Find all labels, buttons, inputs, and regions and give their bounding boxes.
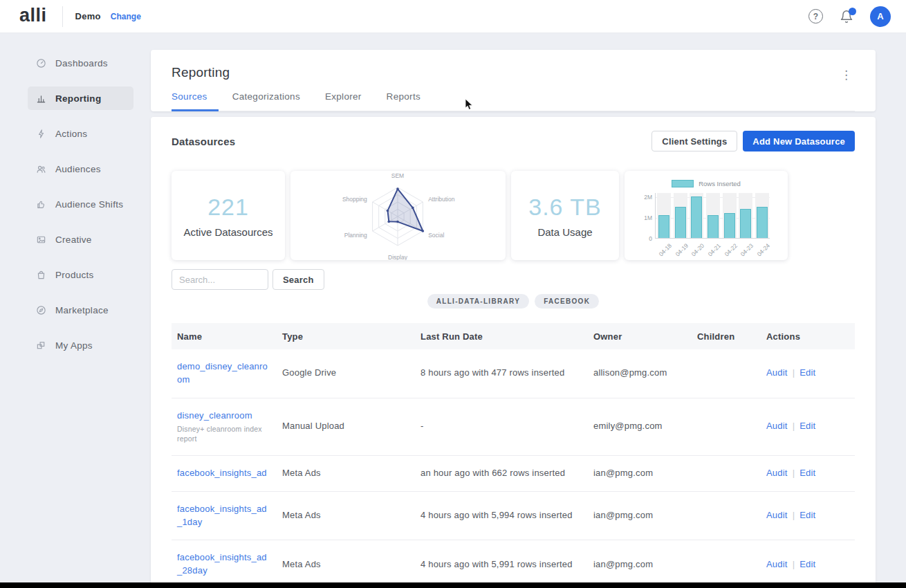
- main-content: Reporting ⋮ Sources Categorizations Expl…: [151, 50, 876, 588]
- audit-link[interactable]: Audit: [766, 468, 788, 478]
- tab-sources[interactable]: Sources: [172, 91, 219, 111]
- category-radar-card: SEMAttributionSocialDisplayPlanningShopp…: [290, 171, 506, 260]
- datasource-description: Disney+ cleanroom index report: [177, 424, 271, 444]
- edit-link[interactable]: Edit: [799, 421, 815, 431]
- legend-label: Rows Inserted: [699, 180, 741, 187]
- sidebar-label: Audiences: [55, 164, 101, 174]
- reporting-icon: [36, 93, 46, 104]
- tab-reports[interactable]: Reports: [387, 91, 432, 111]
- svg-text:Planning: Planning: [344, 232, 367, 239]
- datasource-name-link[interactable]: demo_disney_cleanroom: [177, 360, 271, 387]
- active-datasources-count: 221: [207, 194, 249, 221]
- tab-categorizations[interactable]: Categorizations: [232, 91, 311, 111]
- datasource-owner: emily@pmg.com: [588, 420, 692, 433]
- datasource-name-link[interactable]: disney_cleanroom: [177, 410, 252, 423]
- sidebar-item-audiences[interactable]: Audiences: [28, 157, 133, 181]
- sidebar-label: Creative: [55, 235, 92, 245]
- sidebar-label: Audience Shifts: [55, 199, 123, 210]
- datasource-last-run: -: [415, 420, 588, 433]
- add-new-datasource-button[interactable]: Add New Datasource: [743, 131, 855, 151]
- table-row: demo_disney_cleanroom Google Drive 8 hou…: [172, 349, 855, 398]
- sidebar-label: Actions: [55, 129, 87, 139]
- svg-text:SEM: SEM: [391, 172, 404, 179]
- sidebar-item-products[interactable]: Products: [28, 263, 133, 286]
- action-separator: |: [793, 367, 795, 378]
- sidebar-item-actions[interactable]: Actions: [28, 122, 133, 145]
- col-type: Type: [277, 331, 415, 342]
- col-name: Name: [172, 331, 277, 342]
- search-button[interactable]: Search: [272, 269, 324, 290]
- col-actions: Actions: [761, 331, 855, 342]
- sidebar-item-reporting[interactable]: Reporting: [28, 86, 133, 110]
- datasource-last-run: 8 hours ago with 477 rows inserted: [415, 367, 588, 380]
- bar-04-23: [740, 209, 751, 238]
- datasource-last-run: 4 hours ago with 5,994 rows inserted: [415, 509, 588, 522]
- data-usage-label: Data Usage: [537, 226, 592, 238]
- help-icon[interactable]: ?: [808, 9, 823, 24]
- audit-link[interactable]: Audit: [766, 510, 788, 520]
- search-input[interactable]: [172, 269, 268, 290]
- sidebar-item-audience-shifts[interactable]: Audience Shifts: [28, 192, 133, 216]
- data-usage-value: 3.6 TB: [528, 194, 602, 221]
- image-icon: [36, 235, 46, 245]
- edit-link[interactable]: Edit: [799, 559, 815, 569]
- datasource-type: Meta Ads: [277, 467, 415, 480]
- sidebar-item-creative[interactable]: Creative: [28, 228, 133, 251]
- svg-text:Display: Display: [388, 254, 408, 260]
- datasource-last-run: 4 hours ago with 5,991 rows inserted: [415, 558, 588, 571]
- datasource-type: Meta Ads: [277, 509, 415, 522]
- filter-chip-facebook[interactable]: FACEBOOK: [535, 294, 599, 309]
- active-datasources-label: Active Datasources: [183, 226, 272, 238]
- section-title: Datasources: [172, 136, 235, 147]
- sidebar-item-my-apps[interactable]: My Apps: [28, 333, 133, 357]
- audit-link[interactable]: Audit: [766, 421, 788, 431]
- change-client-link[interactable]: Change: [111, 12, 141, 21]
- svg-text:Attribution: Attribution: [428, 196, 455, 203]
- alli-logo: alli: [19, 6, 47, 25]
- bar-04-20: [691, 196, 702, 238]
- screen-bottom-bar: [0, 582, 906, 588]
- thumbs-up-icon: [36, 199, 46, 210]
- page-header-card: Reporting ⋮ Sources Categorizations Expl…: [151, 50, 876, 111]
- datasource-name-link[interactable]: facebook_insights_ad_28day: [177, 551, 271, 578]
- radar-chart: SEMAttributionSocialDisplayPlanningShopp…: [290, 171, 506, 260]
- table-row: facebook_insights_ad_28day Meta Ads 4 ho…: [172, 540, 855, 588]
- edit-link[interactable]: Edit: [799, 468, 815, 478]
- edit-link[interactable]: Edit: [799, 510, 815, 520]
- notification-dot: [849, 8, 856, 15]
- search-row: Search: [172, 269, 855, 290]
- datasource-owner: ian@pmg.com: [588, 467, 692, 480]
- header-divider: [62, 6, 63, 27]
- kebab-menu-icon[interactable]: ⋮: [835, 66, 858, 84]
- notifications-button[interactable]: [840, 10, 853, 24]
- bar-04-22: [724, 213, 735, 238]
- action-separator: |: [793, 468, 795, 478]
- avatar[interactable]: A: [870, 6, 891, 27]
- bar-04-19: [675, 207, 686, 238]
- datasource-type: Google Drive: [277, 367, 415, 380]
- datasource-type: Meta Ads: [277, 558, 415, 571]
- datasource-name-link[interactable]: facebook_insights_ad_1day: [177, 503, 271, 529]
- col-owner: Owner: [588, 331, 692, 342]
- sidebar-item-marketplace[interactable]: Marketplace: [28, 298, 133, 322]
- active-datasources-card: 221 Active Datasources: [172, 171, 285, 260]
- stats-row: 221 Active Datasources SEMAttributionSoc…: [172, 171, 855, 260]
- audit-link[interactable]: Audit: [766, 559, 788, 569]
- bar-04-18: [658, 215, 669, 238]
- svg-text:Social: Social: [428, 232, 444, 239]
- client-settings-button[interactable]: Client Settings: [651, 131, 737, 151]
- table-row: facebook_insights_ad_1day Meta Ads 4 hou…: [172, 492, 855, 541]
- bar-04-21: [708, 215, 719, 238]
- sidebar-item-dashboards[interactable]: Dashboards: [28, 51, 133, 75]
- datasources-card: Datasources Client Settings Add New Data…: [151, 117, 876, 588]
- sidebar-label: Dashboards: [55, 58, 108, 68]
- audit-link[interactable]: Audit: [766, 367, 788, 378]
- datasource-type: Manual Upload: [277, 420, 415, 433]
- edit-link[interactable]: Edit: [799, 367, 815, 378]
- tab-bar: Sources Categorizations Explorer Reports: [172, 91, 855, 111]
- filter-chip-alli-data-library[interactable]: ALLI-DATA-LIBRARY: [427, 294, 529, 309]
- tab-explorer[interactable]: Explorer: [325, 91, 373, 111]
- sidebar-label: My Apps: [55, 340, 93, 351]
- datasource-name-link[interactable]: facebook_insights_ad: [177, 467, 267, 480]
- col-last-run-date: Last Run Date: [415, 331, 588, 342]
